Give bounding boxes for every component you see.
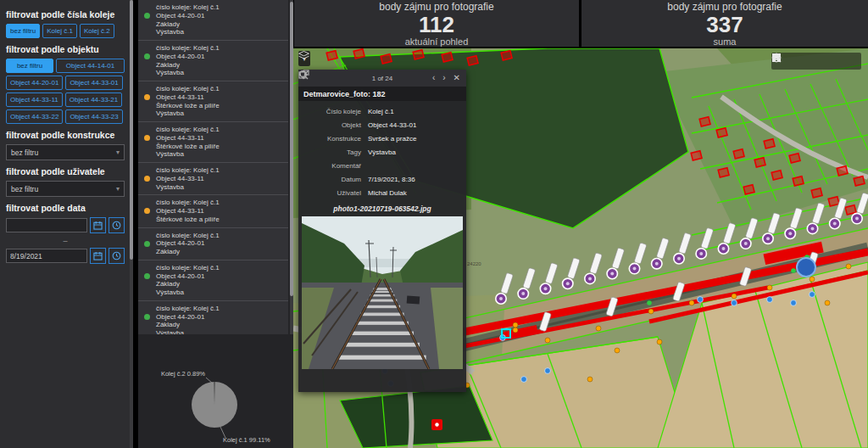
- calendar-button[interactable]: [90, 217, 106, 233]
- photo-list-panel: číslo koleje: Kolej č.1Object 44-20-01Zá…: [138, 0, 293, 448]
- list-item[interactable]: číslo koleje: Kolej č.1Object 44-20-01Zá…: [138, 228, 288, 260]
- filter-objekt-object-44-33-21[interactable]: Object 44-33-21: [65, 92, 122, 107]
- popup-field-row: Číslo kolejeKolej č.1: [303, 105, 461, 119]
- popup-header: 1 of 24 ‹ › ✕: [298, 70, 466, 87]
- konstrukce-select[interactable]: bez filtru ▾: [6, 144, 125, 160]
- photo-poi-marker[interactable]: [718, 244, 728, 254]
- objekt-button-group: bez filtruObject 44-14-01Object 44-20-01…: [6, 59, 125, 124]
- filter-objekt-bez-filtru[interactable]: bez filtru: [6, 59, 53, 73]
- calendar-icon: [93, 221, 103, 230]
- photo-poi-marker[interactable]: [540, 283, 550, 294]
- uzivatel-select[interactable]: bez filtru ▾: [6, 181, 125, 197]
- basemap-icon[interactable]: [827, 55, 839, 67]
- pie-label-kolej1: Kolej č.1 99.11%: [223, 436, 270, 444]
- list-item[interactable]: číslo koleje: Kolej č.1Object 44-20-01Zá…: [138, 260, 288, 301]
- stat-title: body zájmu pro fotografie: [667, 1, 782, 13]
- layers-icon: [298, 51, 309, 60]
- list-item-text: číslo koleje: Kolej č.1Object 44-33-11Vý…: [156, 166, 220, 191]
- photo-poi-marker[interactable]: [830, 218, 840, 228]
- stat-value: 112: [419, 14, 454, 36]
- list-item[interactable]: číslo koleje: Kolej č.1Object 44-20-01Zá…: [138, 301, 288, 334]
- photo-poi-marker[interactable]: [785, 228, 795, 238]
- alert-marker[interactable]: [431, 419, 442, 430]
- stat-title: body zájmu pro fotografie: [379, 1, 493, 13]
- filter-objekt-object-44-20-01[interactable]: Object 44-20-01: [6, 76, 63, 90]
- photo-poi-marker[interactable]: [585, 273, 595, 283]
- list-item[interactable]: číslo koleje: Kolej č.1Object 44-20-01Zá…: [138, 0, 288, 41]
- filter-objekt-object-44-33-22[interactable]: Object 44-33-22: [6, 109, 63, 124]
- list-item[interactable]: číslo koleje: Kolej č.1Object 44-20-01Zá…: [138, 41, 288, 81]
- sidebar-scrollbar[interactable]: [130, 0, 133, 448]
- filter-koleje-kolej-1[interactable]: Kolej č.1: [42, 24, 77, 38]
- dashboard-root: filtrovat podle čísla koleje bez filtruK…: [0, 0, 868, 448]
- date-from-input[interactable]: [6, 218, 87, 232]
- photo-poi-marker[interactable]: [629, 263, 639, 273]
- photo-poi-marker[interactable]: [696, 249, 706, 259]
- popup-field-value: Michal Dulak: [368, 187, 407, 200]
- popup-prev-button[interactable]: ‹: [432, 74, 435, 82]
- popup-field-label: Komentář: [303, 160, 361, 173]
- legend-icon[interactable]: [810, 55, 822, 67]
- status-dot: [144, 314, 150, 320]
- popup-field-value: Svršek a pražce: [368, 132, 416, 146]
- filter-objekt-object-44-33-01[interactable]: Object 44-33-01: [65, 76, 122, 90]
- selected-cluster-marker[interactable]: [797, 258, 815, 277]
- photo-poi-marker[interactable]: [563, 278, 573, 288]
- filter-koleje-kolej-2[interactable]: Kolej č.2: [80, 24, 114, 38]
- photo-poi-marker[interactable]: [518, 288, 528, 299]
- status-dot: [144, 241, 150, 247]
- time-button[interactable]: [108, 217, 125, 233]
- pie-label-kolej2: Kolej č.2 0.89%: [161, 370, 205, 378]
- status-dot: [144, 273, 150, 279]
- photo-poi-marker[interactable]: [496, 294, 506, 304]
- list-item-text: číslo koleje: Kolej č.1Object 44-20-01Zá…: [156, 305, 220, 334]
- filter-sidebar: filtrovat podle čísla koleje bez filtruK…: [0, 0, 133, 448]
- chevron-down-icon: ▾: [116, 148, 120, 156]
- filter-objekt-object-44-33-23[interactable]: Object 44-33-23: [65, 109, 122, 124]
- popup-field-value: Výstavba: [368, 146, 396, 160]
- home-icon[interactable]: [793, 55, 805, 67]
- popup-field-value: 7/19/2021, 8:36: [368, 173, 415, 187]
- photo-poi-marker[interactable]: [607, 268, 617, 278]
- popup-field-label: Datum: [303, 173, 361, 187]
- popup-field-label: Tagy: [303, 146, 361, 160]
- status-dot: [144, 13, 150, 19]
- popup-field-label: Objekt: [303, 119, 361, 132]
- filter-title-koleje: filtrovat podle čísla koleje: [6, 9, 125, 20]
- photo-poi-marker[interactable]: [741, 238, 751, 249]
- filter-objekt-object-44-14-01[interactable]: Object 44-14-01: [56, 59, 125, 73]
- list-item[interactable]: číslo koleje: Kolej č.1Object 44-33-11Št…: [138, 81, 288, 122]
- popup-field-value: Kolej č.1: [368, 105, 394, 119]
- stat-subtitle: suma: [714, 36, 737, 47]
- filter-objekt-object-44-33-11[interactable]: Object 44-33-11: [6, 92, 63, 107]
- stat-value: 337: [706, 14, 743, 36]
- filter-title-data: filtrovat podle data: [6, 203, 125, 213]
- apps-icon[interactable]: [844, 55, 856, 67]
- filter-koleje-bez-filtru[interactable]: bez filtru: [6, 24, 40, 38]
- filter-title-uzivatel: filtrovat podle uživatele: [6, 166, 125, 176]
- date-to-input[interactable]: [6, 249, 87, 263]
- photo-poi-marker[interactable]: [807, 223, 817, 233]
- popup-next-button[interactable]: ›: [442, 74, 445, 82]
- photo-poi-marker[interactable]: [763, 233, 773, 244]
- popup-photo-filename: photo1-20210719-063542.jpg: [298, 204, 466, 213]
- popup-field-row: Datum7/19/2021, 8:36: [303, 173, 461, 187]
- feature-popup: 1 of 24 ‹ › ✕ Detmarovice_foto: 182 Čísl…: [298, 70, 466, 392]
- uzivatel-select-value: bez filtru: [11, 185, 38, 193]
- photo-poi-marker[interactable]: [852, 213, 862, 223]
- map-view[interactable]: 24220: [293, 48, 868, 448]
- photo-poi-marker[interactable]: [674, 254, 684, 264]
- popup-attribute-table: Číslo kolejeKolej č.1ObjektObject 44-33-…: [298, 101, 466, 202]
- popup-field-label: Číslo koleje: [303, 105, 361, 119]
- list-item-text: číslo koleje: Kolej č.1Object 44-33-11Št…: [156, 126, 220, 159]
- list-item[interactable]: číslo koleje: Kolej č.1Object 44-33-11Vý…: [138, 163, 288, 195]
- photo-poi-marker[interactable]: [652, 259, 662, 269]
- list-item[interactable]: číslo koleje: Kolej č.1Object 44-33-11Št…: [138, 122, 288, 163]
- list-item[interactable]: číslo koleje: Kolej č.1Object 44-33-11Št…: [138, 195, 288, 227]
- calendar-button[interactable]: [90, 248, 106, 264]
- list-item-text: číslo koleje: Kolej č.1Object 44-33-11Št…: [156, 85, 220, 118]
- status-dot: [144, 53, 150, 59]
- legend-expand-widget[interactable]: ▾: [298, 51, 310, 66]
- time-button[interactable]: [108, 248, 125, 264]
- popup-close-button[interactable]: ✕: [453, 74, 460, 82]
